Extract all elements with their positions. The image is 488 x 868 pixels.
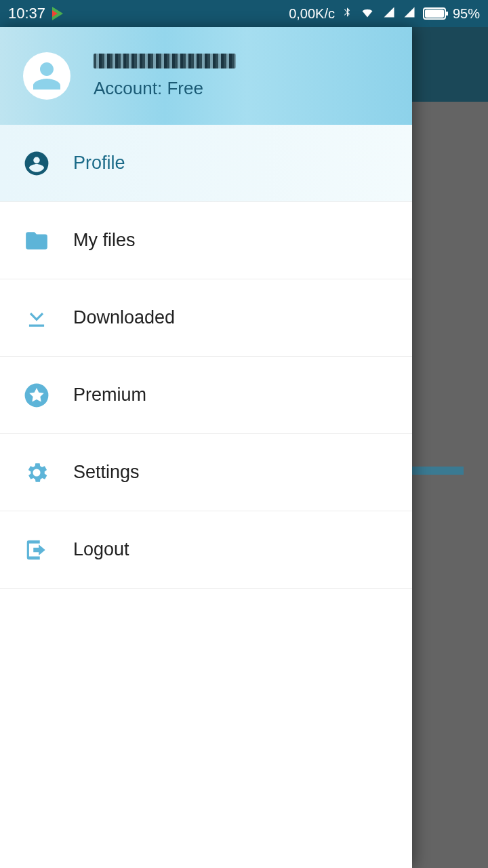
status-right: 0,00K/c 95% [289, 5, 480, 23]
status-bar: 10:37 0,00K/c 95% [0, 0, 488, 27]
menu-label: Downloaded [73, 307, 175, 328]
status-time: 10:37 [8, 5, 45, 22]
menu-item-profile[interactable]: Profile [0, 125, 412, 202]
menu-item-logout[interactable]: Logout [0, 511, 412, 589]
menu-label: Profile [73, 153, 125, 174]
menu-item-downloaded[interactable]: Downloaded [0, 279, 412, 357]
logout-icon [23, 536, 50, 564]
navigation-drawer: Account: Free Profile My files Downloade… [0, 27, 412, 868]
folder-icon [23, 227, 50, 254]
star-icon [23, 382, 50, 409]
wifi-icon [359, 5, 375, 22]
person-icon [30, 60, 63, 92]
menu-label: Premium [73, 384, 146, 406]
avatar [23, 52, 70, 100]
signal-icon-1 [382, 6, 396, 22]
profile-icon [23, 150, 50, 177]
account-line: Account: Free [94, 78, 236, 99]
play-store-icon [52, 7, 63, 20]
user-name-redacted [94, 54, 236, 68]
menu-label: Settings [73, 462, 140, 483]
menu-item-my-files[interactable]: My files [0, 202, 412, 279]
bluetooth-icon [342, 5, 352, 23]
background-strip [412, 467, 464, 475]
battery-icon [423, 7, 446, 20]
battery-pct: 95% [453, 6, 480, 22]
header-text: Account: Free [94, 54, 236, 99]
signal-icon-2 [403, 6, 416, 22]
menu-label: My files [73, 230, 136, 251]
menu-item-settings[interactable]: Settings [0, 434, 412, 511]
menu-label: Logout [73, 539, 129, 560]
data-rate: 0,00K/c [289, 6, 335, 22]
download-icon [23, 304, 50, 332]
drawer-header[interactable]: Account: Free [0, 27, 412, 125]
gear-icon [23, 459, 50, 486]
menu-item-premium[interactable]: Premium [0, 357, 412, 434]
status-left: 10:37 [8, 5, 63, 22]
